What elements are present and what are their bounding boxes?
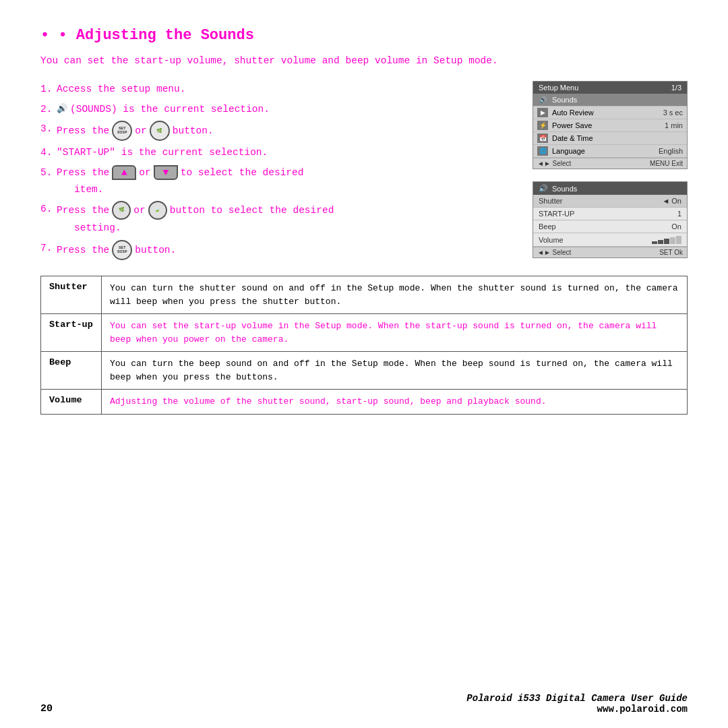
setup-menu-box: Setup Menu 1/3 🔊 Sounds ▶ Auto Review 3 …: [533, 81, 688, 169]
step-7: 7. Press the SETDISP button.: [40, 240, 519, 260]
table-label-beep: Beep: [41, 352, 102, 390]
setup-menu-header: Setup Menu 1/3: [533, 82, 687, 94]
up-arrow-icon: ▲: [112, 165, 136, 180]
sounds-menu-icon: 🔊: [537, 95, 548, 104]
table-row-beep: Beep You can turn the beep sound on and …: [41, 352, 688, 390]
sounds-submenu-footer: ◄► Select SET Ok: [533, 247, 687, 257]
page-title: • • Adjusting the Sounds: [40, 27, 688, 44]
table-row-volume: Volume Adjusting the volume of the shutt…: [41, 390, 688, 415]
info-table: Shutter You can turn the shutter sound o…: [40, 276, 688, 415]
table-label-volume: Volume: [41, 390, 102, 415]
sounds-header-icon: 🔊: [539, 184, 548, 193]
footer: 20 Polaroid i533 Digital Camera User Gui…: [40, 693, 688, 715]
disp-icon: 🌿: [150, 121, 170, 141]
table-desc-volume: Adjusting the volume of the shutter soun…: [102, 390, 688, 415]
sounds-row-shutter: Shutter ◄ On: [533, 195, 687, 208]
menu-row-sounds: 🔊 Sounds: [533, 94, 687, 107]
table-desc-shutter: You can turn the shutter sound on and of…: [102, 276, 688, 314]
step-1: 1. Access the setup menu.: [40, 81, 519, 98]
menus-column: Setup Menu 1/3 🔊 Sounds ▶ Auto Review 3 …: [533, 81, 688, 264]
step-3: 3. Press the SETDISP or 🌿 button.: [40, 121, 519, 141]
table-desc-startup: You can set the start-up volume in the S…: [102, 314, 688, 352]
set-icon-right: 🍃: [148, 201, 167, 220]
page: • • Adjusting the Sounds You can set the…: [0, 0, 728, 728]
down-arrow-icon: ▼: [154, 165, 178, 180]
setup-menu-footer: ◄► Select MENU Exit: [533, 158, 687, 169]
sounds-row-beep: Beep On: [533, 220, 687, 233]
menu-row-auto-review: ▶ Auto Review 3 s ec: [533, 107, 687, 119]
menu-row-language: 🌐 Language English: [533, 145, 687, 158]
sounds-row-startup: START-UP 1: [533, 208, 687, 220]
page-number: 20: [40, 703, 53, 715]
set-disp-icon-2: SETDISP: [112, 240, 132, 260]
menu-row-date-time: 📅 Date & Time: [533, 132, 687, 145]
volume-bar: [652, 235, 681, 244]
speaker-icon: 🔊: [57, 102, 67, 117]
power-save-menu-icon: ⚡: [537, 121, 548, 130]
sounds-submenu-box: 🔊 Sounds Shutter ◄ On START-UP 1 Beep On: [533, 181, 688, 258]
set-icon-left: 🌿: [112, 201, 131, 220]
menu-row-power-save: ⚡ Power Save 1 min: [533, 119, 687, 132]
set-disp-icon: SETDISP: [112, 121, 132, 141]
table-row-startup: Start-up You can set the start-up volume…: [41, 314, 688, 352]
bullet: •: [40, 27, 49, 44]
sounds-submenu-header: 🔊 Sounds: [533, 182, 687, 195]
language-menu-icon: 🌐: [537, 146, 548, 156]
table-desc-beep: You can turn the beep sound on and off i…: [102, 352, 688, 390]
auto-review-menu-icon: ▶: [537, 108, 548, 117]
table-row-shutter: Shutter You can turn the shutter sound o…: [41, 276, 688, 314]
brand-url: www.polaroid.com: [466, 704, 688, 715]
step-4: 4. "START-UP" is the current selection.: [40, 144, 519, 161]
steps-column: 1. Access the setup menu. 2. 🔊 (SOUNDS) …: [40, 81, 519, 264]
date-time-menu-icon: 📅: [537, 133, 548, 143]
step-6: 6. Press the 🌿 or 🍃 button to select the…: [40, 201, 519, 237]
table-label-startup: Start-up: [41, 314, 102, 352]
table-label-shutter: Shutter: [41, 276, 102, 314]
sounds-row-volume: Volume: [533, 233, 687, 247]
footer-brand: Polaroid i533 Digital Camera User Guide …: [466, 693, 688, 715]
step-2: 2. 🔊 (SOUNDS) is the current selection.: [40, 101, 519, 118]
brand-title: Polaroid i533 Digital Camera User Guide: [466, 693, 688, 704]
step-5: 5. Press the ▲ or ▼ to select the desire…: [40, 164, 519, 198]
title-text: • Adjusting the Sounds: [58, 27, 253, 44]
content-area: 1. Access the setup menu. 2. 🔊 (SOUNDS) …: [40, 81, 688, 264]
intro-text: You can set the start-up volume, shutter…: [40, 53, 688, 69]
